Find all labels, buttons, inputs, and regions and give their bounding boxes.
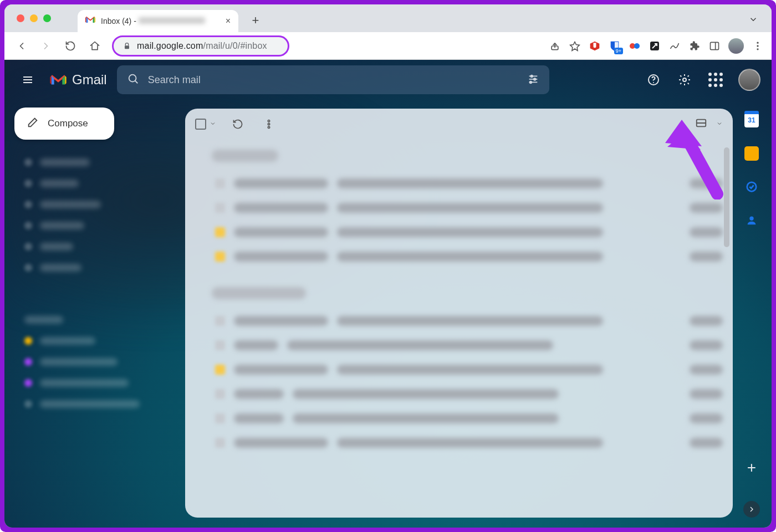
tab-close-icon[interactable]: × xyxy=(226,16,231,26)
contacts-addon[interactable] xyxy=(744,213,759,227)
browser-tab-active[interactable]: Inbox (4) - × xyxy=(78,10,238,32)
svg-marker-2 xyxy=(570,42,580,50)
extension-bitwarden[interactable]: 9+ xyxy=(609,40,621,52)
google-apps-button[interactable] xyxy=(704,68,727,91)
gmail-logo[interactable]: Gmail xyxy=(50,72,107,88)
svg-point-18 xyxy=(530,75,533,78)
svg-point-27 xyxy=(268,123,269,125)
select-all-checkbox[interactable] xyxy=(195,119,216,130)
get-addons-button[interactable]: + xyxy=(747,459,756,477)
extension-generic-3[interactable] xyxy=(668,40,681,52)
nav-folders-blurred xyxy=(14,156,170,410)
more-button[interactable] xyxy=(259,115,278,134)
svg-point-32 xyxy=(749,217,753,221)
mail-list-blurred xyxy=(185,140,733,458)
browser-toolbar: mail.google.com/mail/u/0/#inbox 9+ xyxy=(4,32,772,60)
new-tab-button[interactable]: + xyxy=(247,12,264,29)
window-controls xyxy=(17,14,51,22)
side-panel-button[interactable] xyxy=(708,40,721,52)
toolbar-buttons: 9+ xyxy=(549,38,764,54)
mail-toolbar xyxy=(185,109,733,140)
svg-point-9 xyxy=(757,42,758,43)
extension-generic-2[interactable] xyxy=(649,40,661,52)
refresh-button[interactable] xyxy=(228,115,247,134)
window-minimize[interactable] xyxy=(30,14,38,22)
url-text: mail.google.com/mail/u/0/#inbox xyxy=(137,41,267,51)
svg-rect-7 xyxy=(711,42,719,49)
svg-line-16 xyxy=(135,81,137,84)
extension-adblock[interactable] xyxy=(589,40,601,52)
svg-point-20 xyxy=(534,78,536,80)
calendar-addon[interactable]: 31 xyxy=(744,113,759,127)
side-panel: 31 + xyxy=(739,113,764,518)
browser-tabstrip: Inbox (4) - × + xyxy=(4,4,772,32)
window-zoom[interactable] xyxy=(43,14,51,22)
search-options-icon[interactable] xyxy=(527,73,539,87)
search-bar[interactable] xyxy=(117,65,549,94)
search-input[interactable] xyxy=(148,74,518,86)
hide-sidepanel-button[interactable] xyxy=(743,501,760,518)
scrollbar[interactable] xyxy=(724,147,729,247)
extension-generic-1[interactable] xyxy=(629,40,641,52)
compose-label: Compose xyxy=(48,118,88,129)
bookmark-star-button[interactable] xyxy=(569,40,581,52)
svg-rect-0 xyxy=(125,45,129,49)
gmail-header: Gmail xyxy=(4,60,772,100)
svg-point-15 xyxy=(129,75,136,82)
tasks-addon[interactable] xyxy=(744,180,759,194)
svg-point-25 xyxy=(683,78,686,81)
compose-button[interactable]: Compose xyxy=(14,108,114,140)
svg-point-26 xyxy=(268,120,269,122)
split-pane-toggle[interactable] xyxy=(695,117,707,131)
lock-icon xyxy=(122,42,131,50)
gmail-icon xyxy=(50,74,67,86)
page-viewport: Gmail Compose xyxy=(4,60,772,528)
support-button[interactable] xyxy=(642,68,665,91)
svg-point-24 xyxy=(653,82,654,83)
calendar-day: 31 xyxy=(748,116,755,124)
window-close[interactable] xyxy=(17,14,24,22)
home-button[interactable] xyxy=(85,37,104,55)
gmail-product-name: Gmail xyxy=(72,72,107,88)
keep-addon[interactable] xyxy=(744,146,759,161)
svg-point-11 xyxy=(757,48,758,50)
nav-forward-button[interactable] xyxy=(37,37,55,55)
extensions-menu-button[interactable] xyxy=(688,40,701,52)
account-avatar[interactable] xyxy=(738,69,760,91)
share-button[interactable] xyxy=(549,40,561,52)
profile-button[interactable] xyxy=(728,38,744,54)
pencil-icon xyxy=(27,116,39,131)
tab-title: Inbox (4) - xyxy=(101,17,205,25)
svg-point-28 xyxy=(268,126,269,128)
chrome-menu-button[interactable] xyxy=(752,40,764,52)
mail-list-panel xyxy=(185,109,733,518)
search-icon xyxy=(127,73,139,87)
main-menu-button[interactable] xyxy=(16,68,40,92)
nav-back-button[interactable] xyxy=(12,37,31,55)
svg-point-22 xyxy=(529,81,532,84)
reload-button[interactable] xyxy=(61,37,80,55)
gmail-favicon xyxy=(85,16,95,26)
settings-button[interactable] xyxy=(673,68,696,91)
tab-list-button[interactable] xyxy=(745,11,762,28)
svg-point-10 xyxy=(757,45,758,47)
svg-point-5 xyxy=(634,43,640,49)
address-bar[interactable]: mail.google.com/mail/u/0/#inbox xyxy=(112,35,289,57)
